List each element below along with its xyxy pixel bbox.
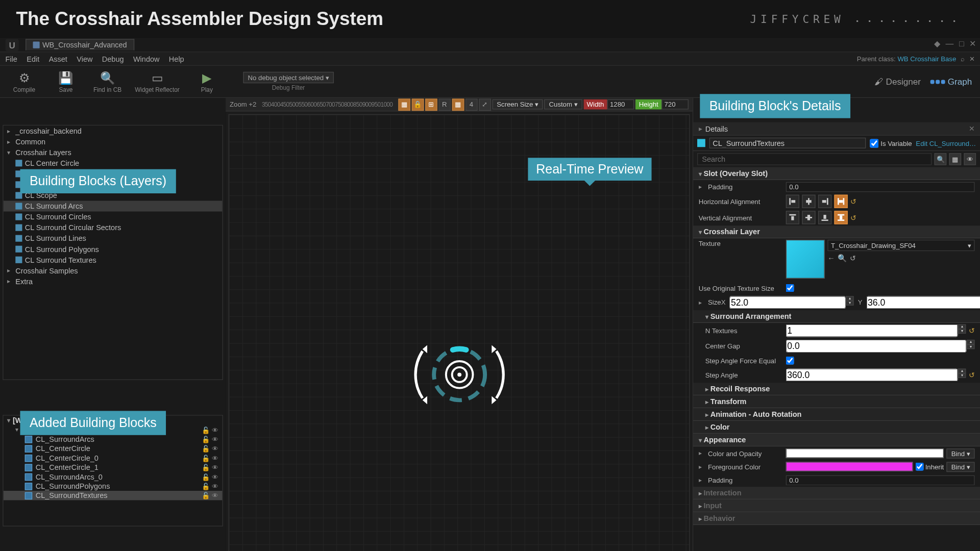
palette-item[interactable]: CL Surround Arcs — [4, 201, 223, 211]
inherit-checkbox[interactable] — [916, 463, 924, 471]
palette-category[interactable]: ▾Crosshair Layers — [4, 147, 223, 158]
menu-view[interactable]: View — [77, 55, 92, 63]
lock-icon[interactable]: 🔓 — [202, 435, 210, 442]
padding-input[interactable] — [786, 182, 975, 192]
palette-item[interactable]: CL Surround Textures — [4, 255, 223, 265]
widget-name-input[interactable] — [709, 138, 866, 148]
design-canvas[interactable]: Real-Time Preview — [228, 114, 690, 551]
palette-item[interactable]: CL Surround Circular Sectors — [4, 222, 223, 233]
widget-reflector-button[interactable]: ▭ Widget Reflector — [130, 67, 184, 96]
palette-item[interactable]: CL Center Circle — [4, 158, 223, 168]
color-and-opacity-swatch[interactable] — [786, 448, 944, 458]
details-search-input[interactable] — [697, 153, 932, 165]
lock-icon[interactable]: 🔓 — [202, 483, 210, 490]
find-button[interactable]: 🔍 Find in CB — [89, 67, 127, 96]
lock-icon[interactable]: 🔓 — [202, 492, 210, 499]
hierarchy-item[interactable]: CL_CenterCircle_1🔓👁 — [4, 463, 223, 472]
grid-count[interactable]: 4 — [465, 98, 477, 111]
screen-size-combo[interactable]: Screen Size ▾ — [492, 99, 543, 110]
valign-bottom[interactable] — [818, 211, 831, 224]
menu-edit[interactable]: Edit — [27, 55, 39, 63]
texture-back-icon[interactable]: ← — [827, 254, 835, 262]
lock-icon[interactable]: 🔓 — [202, 445, 210, 452]
graph-mode-button[interactable]: Graph — [930, 77, 972, 87]
category-animation[interactable]: Animation - Auto Rotation — [693, 408, 980, 421]
lock-toggle[interactable]: 🔒 — [411, 98, 424, 111]
goto-icon[interactable]: ⌕ — [961, 55, 965, 62]
hierarchy-item[interactable]: CL_SurroundTextures🔓👁 — [4, 491, 223, 500]
ntextures-input[interactable] — [786, 324, 958, 337]
document-tab[interactable]: WB_Crosshair_Advanced — [26, 39, 134, 50]
eye-icon[interactable]: 👁 — [212, 426, 218, 433]
category-behavior[interactable]: Behavior — [693, 512, 980, 525]
hierarchy-item[interactable]: CL_SurroundArcs_0🔓👁 — [4, 472, 223, 481]
foreground-color-swatch[interactable] — [786, 462, 913, 471]
browse-icon[interactable]: ✕ — [969, 55, 975, 62]
hierarchy-item[interactable]: CL_SurroundPolygons🔓👁 — [4, 482, 223, 491]
grid-toggle[interactable]: ▦ — [452, 98, 464, 111]
texture-reset-icon[interactable]: ↺ — [850, 254, 856, 262]
palette-category[interactable]: ▸Common — [4, 136, 223, 147]
palette-item[interactable]: CL Surround Polygons — [4, 244, 223, 255]
eye-icon[interactable]: 👁 — [212, 464, 218, 471]
category-recoil[interactable]: Recoil Response — [693, 383, 980, 395]
category-crosshair-layer[interactable]: Crosshair Layer — [693, 226, 980, 238]
details-tab[interactable]: ▸ Details ✕ — [693, 122, 980, 136]
texture-asset-combo[interactable]: T_Crosshair_Drawing_SF04▾ — [827, 240, 974, 251]
palette-category[interactable]: ▸Crosshair Samples — [4, 265, 223, 276]
is-variable-checkbox[interactable]: Is Variable — [870, 139, 912, 147]
search-icon[interactable]: 🔍 — [935, 153, 947, 165]
force-equal-checkbox[interactable] — [786, 357, 794, 365]
eye-icon[interactable]: 👁 — [212, 435, 218, 442]
height-input[interactable] — [662, 99, 689, 110]
bind-color-button[interactable]: Bind ▾ — [947, 448, 975, 458]
close-tab-icon[interactable]: ✕ — [969, 124, 975, 133]
size-x-input[interactable] — [729, 296, 846, 309]
outline-toggle[interactable]: ▦ — [398, 98, 410, 111]
compile-button[interactable]: ⚙ Compile — [6, 67, 43, 96]
palette-item[interactable]: CL Surround Lines — [4, 233, 223, 244]
halign-left[interactable] — [786, 195, 799, 208]
unreal-logo-icon[interactable]: U — [6, 39, 19, 51]
eye-icon[interactable]: 👁 — [212, 454, 218, 461]
notify-icon[interactable]: ◆ — [934, 39, 940, 48]
view-eye-icon[interactable]: 👁 — [964, 153, 976, 165]
category-interaction[interactable]: Interaction — [693, 487, 980, 499]
zoom-fit[interactable]: ⤢ — [479, 98, 491, 111]
width-input[interactable] — [607, 99, 634, 110]
valign-fill[interactable] — [834, 211, 847, 224]
debug-object-combo[interactable]: No debug object selected ▾ — [243, 72, 333, 83]
valign-top[interactable] — [786, 211, 799, 224]
menu-asset[interactable]: Asset — [49, 55, 67, 63]
eye-icon[interactable]: 👁 — [212, 473, 218, 480]
eye-icon[interactable]: 👁 — [212, 483, 218, 490]
menu-debug[interactable]: Debug — [102, 55, 124, 63]
category-color[interactable]: Color — [693, 421, 980, 434]
category-slot[interactable]: Slot (Overlay Slot) — [693, 167, 980, 180]
size-y-input[interactable] — [866, 296, 980, 309]
r-toggle[interactable]: R — [438, 98, 451, 111]
designer-mode-button[interactable]: 🖌 Designer — [874, 77, 921, 87]
close-button[interactable]: ✕ — [969, 39, 976, 48]
menu-help[interactable]: Help — [169, 55, 184, 63]
reset-halign[interactable]: ↺ — [850, 197, 856, 206]
reset-ntex[interactable]: ↺ — [969, 327, 975, 335]
minimize-button[interactable]: — — [946, 39, 954, 48]
eye-icon[interactable]: 👁 — [212, 492, 218, 499]
hierarchy-item[interactable]: CL_SurroundArcs🔓👁 — [4, 434, 223, 443]
parent-class-link[interactable]: WB Crosshair Base — [897, 55, 956, 62]
menu-window[interactable]: Window — [133, 55, 159, 63]
lock-icon[interactable]: 🔓 — [202, 454, 210, 461]
save-button[interactable]: 💾 Save — [47, 67, 85, 96]
menu-file[interactable]: File — [6, 55, 17, 63]
lock-icon[interactable]: 🔓 — [202, 464, 210, 471]
category-surround-arrangement[interactable]: Surround Arrangement — [693, 310, 980, 323]
layout-toggle[interactable]: ⊞ — [425, 98, 437, 111]
texture-browse-icon[interactable]: 🔍 — [838, 254, 847, 262]
reset-step[interactable]: ↺ — [969, 370, 975, 379]
palette-category[interactable]: ▸Extra — [4, 276, 223, 287]
palette-item[interactable]: CL Surround Circles — [4, 212, 223, 222]
step-angle-input[interactable] — [786, 368, 958, 381]
center-gap-input[interactable] — [786, 340, 967, 353]
view-grid-icon[interactable]: ▦ — [949, 153, 962, 165]
